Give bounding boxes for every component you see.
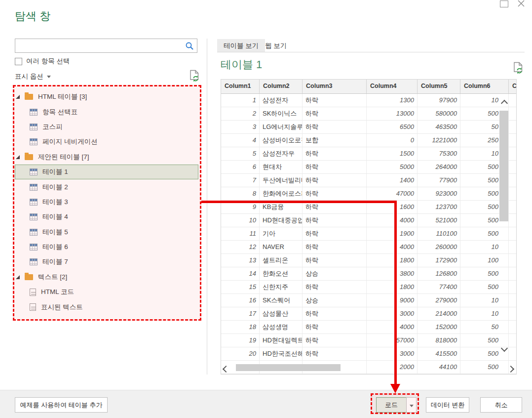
table-cell: 4000: [367, 321, 418, 334]
table-cell: 삼성전자우: [260, 147, 303, 160]
pane-divider: [207, 39, 207, 375]
tree-item-테이블-4[interactable]: 테이블 4: [15, 209, 198, 224]
vertical-scrollbar-thumb[interactable]: [499, 111, 508, 221]
load-button[interactable]: 로드: [376, 397, 407, 413]
dropdown-caret-icon: [47, 76, 51, 78]
table-icon: [30, 213, 38, 220]
maximize-button[interactable]: [500, 0, 508, 7]
folder-icon: [25, 274, 33, 280]
tree-item-label: 텍스트 [2]: [38, 273, 67, 282]
search-input[interactable]: [17, 40, 185, 52]
tree-item-label: 테이블 4: [42, 212, 68, 221]
tree-item-label: 테이블 1: [42, 167, 68, 176]
preview-table-body: 1삼성전자하락130097900102SK하이닉스하락1300058000050…: [221, 94, 516, 374]
add-table-from-examples-button[interactable]: 예제를 사용하여 테이블 추가: [15, 397, 108, 413]
table-cell: 500: [460, 281, 509, 293]
table-cell: 10: [460, 307, 509, 320]
table-cell: 463500: [418, 121, 460, 133]
table-row: 18삼성생명하락400015200050: [221, 321, 516, 334]
dropdown-caret-icon: [410, 405, 414, 407]
navigator-dialog: 탐색 창 여러 항목 선택 표시 옵션 HTML 테이블 [3]항목 선택표코스…: [0, 0, 532, 418]
multi-select-checkbox[interactable]: [15, 58, 22, 65]
table-row: 19HD현대일렉트릭하락57000818000500: [221, 334, 516, 347]
table-cell: 하락: [303, 161, 367, 173]
table-cell: 보합: [303, 134, 367, 147]
tree-item-label: 테이블 2: [42, 183, 68, 192]
tree-item-페이지-네비게이션[interactable]: 페이지 네비게이션: [15, 134, 198, 149]
load-dropdown-button[interactable]: [406, 397, 417, 413]
tree-item-테이블-2[interactable]: 테이블 2: [15, 179, 198, 194]
refresh-icon[interactable]: [190, 70, 200, 84]
table-cell: 4000: [367, 214, 418, 227]
tree-item-HTML-테이블-[3][interactable]: HTML 테이블 [3]: [15, 89, 198, 104]
caret-expanded-icon: [16, 95, 20, 99]
table-cell: 20: [221, 347, 260, 360]
table-cell: HD한국조선해양: [260, 347, 303, 360]
tree-item-테이블-6[interactable]: 테이블 6: [15, 240, 198, 254]
table-cell: 하락: [303, 347, 367, 360]
tree-item-코스피[interactable]: 코스피: [15, 120, 198, 134]
table-cell: 1900: [367, 227, 418, 240]
table-cell: [509, 201, 517, 213]
table-cell: 5: [221, 147, 260, 160]
scroll-left-button[interactable]: [224, 365, 232, 373]
table-row: 3LG에너지솔루션하락650046350050: [221, 121, 516, 134]
table-cell: [509, 294, 517, 307]
tree-item-텍스트-[2][interactable]: 텍스트 [2]: [15, 270, 198, 285]
table-cell: [509, 321, 517, 334]
tree-item-label: 페이지 네비게이션: [42, 137, 98, 146]
scroll-up-button[interactable]: [500, 99, 508, 109]
table-cell: 12: [221, 241, 260, 253]
scroll-right-button[interactable]: [508, 365, 517, 373]
table-cell: 1300: [367, 94, 418, 107]
table-icon: [30, 168, 38, 175]
tree-item-테이블-5[interactable]: 테이블 5: [15, 225, 198, 240]
column-header: Column5: [418, 80, 460, 93]
table-cell: 신한지주: [260, 281, 303, 293]
tree-item-label: 제안된 테이블 [7]: [38, 153, 89, 162]
cancel-button[interactable]: 취소: [480, 397, 522, 413]
search-icon[interactable]: [185, 42, 194, 50]
table-cell: 6500: [367, 121, 418, 133]
table-row: 9KB금융하락1600123700500: [221, 201, 516, 214]
tab-table-view[interactable]: 테이블 보기: [217, 39, 265, 52]
tree-item-항목-선택표[interactable]: 항목 선택표: [15, 104, 198, 119]
table-cell: 하락: [303, 174, 367, 187]
table-cell: 삼성생명: [260, 321, 303, 334]
table-row: 20HD한국조선해양하락3000415500500: [221, 347, 516, 361]
table-row: 6현대차하락5000264000500: [221, 161, 516, 174]
tree-item-label: HTML 테이블 [3]: [38, 92, 87, 101]
tree-item-label: 테이블 6: [42, 243, 68, 251]
refresh-preview-icon[interactable]: [513, 62, 524, 76]
table-cell: 6: [221, 161, 260, 173]
table-cell: 126800: [418, 267, 460, 280]
table-row: 1삼성전자하락13009790010: [221, 94, 516, 107]
tree-item-테이블-3[interactable]: 테이블 3: [15, 195, 198, 209]
multi-select-row: 여러 항목 선택: [15, 57, 70, 66]
display-options-dropdown[interactable]: 표시 옵션: [15, 72, 51, 81]
table-cell: [509, 267, 517, 280]
tree-item-제안된-테이블-[7][interactable]: 제안된 테이블 [7]: [15, 150, 198, 165]
tree-item-label: 코스피: [42, 123, 63, 131]
table-cell: [509, 134, 517, 147]
preview-table: Column1Column2Column3Column4Column5Colum…: [221, 79, 517, 375]
table-cell: [509, 227, 517, 240]
tab-web-view[interactable]: 웹 보기: [259, 39, 293, 52]
table-cell: 하락: [303, 107, 367, 120]
scroll-down-button[interactable]: [500, 344, 508, 354]
transform-data-button[interactable]: 데이터 변환: [426, 397, 469, 413]
tree-item-표시된-텍스트[interactable]: 표시된 텍스트: [15, 299, 198, 314]
table-cell: 10: [460, 294, 509, 307]
close-button[interactable]: [517, 0, 525, 7]
table-cell: 삼성전자: [260, 94, 303, 107]
table-cell: 현대차: [260, 161, 303, 173]
tree-item-HTML-코드[interactable]: HTML 코드: [15, 285, 198, 299]
tree-item-테이블-7[interactable]: 테이블 7: [15, 254, 198, 269]
tree-item-테이블-1[interactable]: 테이블 1: [15, 165, 198, 179]
column-header: Column7: [509, 80, 517, 93]
table-cell: 415500: [418, 347, 460, 360]
table-cell: 13: [221, 254, 260, 267]
table-cell: 57000: [367, 334, 418, 347]
table-cell: 1600: [367, 201, 418, 213]
horizontal-scrollbar-thumb[interactable]: [236, 364, 341, 371]
